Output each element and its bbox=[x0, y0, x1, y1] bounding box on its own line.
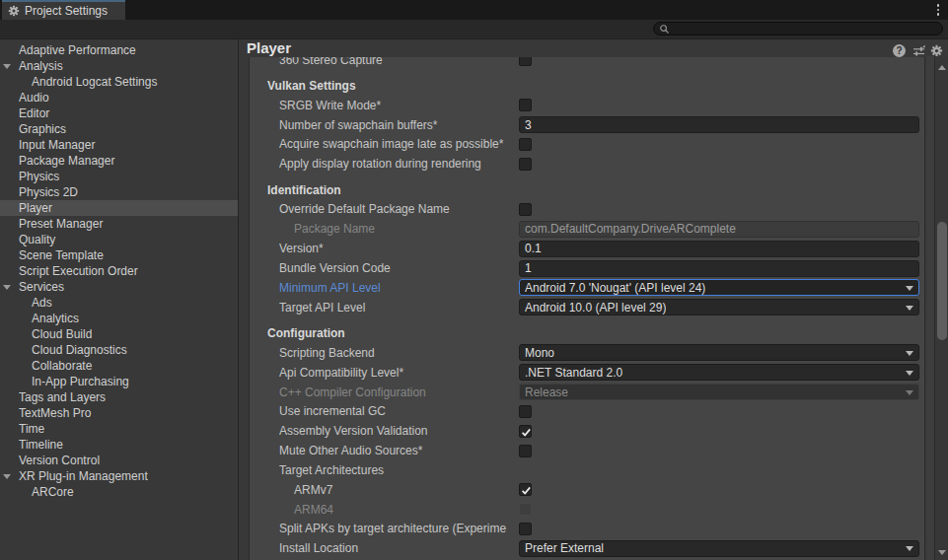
dropdown-minimum-api-level[interactable]: Android 7.0 'Nougat' (API level 24) bbox=[519, 279, 919, 296]
sidebar-item-label: Android Logcat Settings bbox=[0, 75, 157, 89]
text-field-bundle-version-code[interactable]: 1 bbox=[519, 260, 919, 277]
sidebar-item-android-logcat-settings[interactable]: Android Logcat Settings bbox=[0, 74, 238, 90]
tab-project-settings[interactable]: Project Settings bbox=[2, 0, 125, 20]
sidebar-item-services[interactable]: Services bbox=[0, 279, 238, 295]
row-override-default-package-name: Override Default Package Name bbox=[250, 200, 924, 220]
sidebar-item-timeline[interactable]: Timeline bbox=[0, 437, 238, 453]
sidebar-item-label: Ads bbox=[0, 296, 52, 310]
field-control: Release bbox=[519, 384, 919, 400]
dropdown-api-compatibility-level[interactable]: .NET Standard 2.0 bbox=[519, 364, 919, 381]
dropdown-install-location[interactable]: Prefer External bbox=[519, 540, 919, 557]
sidebar-item-analytics[interactable]: Analytics bbox=[0, 311, 238, 326]
checkbox-srgb-write-mode[interactable] bbox=[519, 99, 532, 111]
row-c-compiler-configuration: C++ Compiler ConfigurationRelease bbox=[250, 383, 924, 402]
sidebar-item-editor[interactable]: Editor bbox=[0, 105, 238, 121]
sidebar-item-collaborate[interactable]: Collaborate bbox=[0, 358, 238, 374]
section-header: Configuration bbox=[267, 326, 519, 340]
presets-icon[interactable] bbox=[912, 44, 925, 57]
kebab-menu-icon[interactable] bbox=[937, 4, 940, 16]
checkbox-use-incremental-gc[interactable] bbox=[519, 405, 532, 418]
text-field-version[interactable]: 0.1 bbox=[519, 241, 919, 257]
field-label: Scripting Backend bbox=[279, 346, 519, 360]
checkbox-split-apks-by-target-architecture-experime[interactable] bbox=[519, 523, 532, 535]
sidebar-item-cloud-diagnostics[interactable]: Cloud Diagnostics bbox=[0, 342, 238, 358]
sidebar-item-graphics[interactable]: Graphics bbox=[0, 121, 238, 137]
row-360-stereo-capture: 360 Stereo Capture bbox=[250, 57, 924, 70]
checkbox-armv7[interactable] bbox=[519, 483, 532, 496]
sidebar-item-label: Collaborate bbox=[0, 359, 92, 373]
sidebar-item-adaptive-performance[interactable]: Adaptive Performance bbox=[0, 42, 238, 58]
sidebar-item-time[interactable]: Time bbox=[0, 421, 238, 437]
field-label: Acquire swapchain image late as possible… bbox=[279, 137, 519, 151]
search-input[interactable] bbox=[673, 23, 942, 35]
field-label: ARMv7 bbox=[294, 483, 519, 497]
sidebar-item-scene-template[interactable]: Scene Template bbox=[0, 247, 238, 263]
checkbox-360-stereo-capture[interactable] bbox=[519, 57, 532, 66]
sidebar-item-version-control[interactable]: Version Control bbox=[0, 453, 238, 468]
field-control: Android 7.0 'Nougat' (API level 24) bbox=[519, 279, 919, 296]
field-control: 3 bbox=[519, 116, 919, 133]
sidebar-item-label: Cloud Diagnostics bbox=[0, 343, 127, 357]
row-api-compatibility-level: Api Compatibility Level*.NET Standard 2.… bbox=[250, 363, 924, 383]
checkbox-mute-other-audio-sources[interactable] bbox=[519, 445, 532, 457]
dropdown-value: Prefer External bbox=[525, 541, 604, 555]
sidebar-item-analysis[interactable]: Analysis bbox=[0, 58, 238, 74]
foldout-expanded-icon[interactable] bbox=[3, 474, 11, 479]
sidebar-item-label: Cloud Build bbox=[0, 327, 92, 341]
sidebar-item-cloud-build[interactable]: Cloud Build bbox=[0, 326, 238, 342]
search-box[interactable] bbox=[653, 22, 943, 35]
checkbox-assembly-version-validation[interactable] bbox=[519, 425, 532, 438]
sidebar-item-xr-plug-in-management[interactable]: XR Plug-in Management bbox=[0, 468, 238, 484]
vertical-scrollbar[interactable] bbox=[934, 56, 948, 560]
text-field-number-of-swapchain-buffers[interactable]: 3 bbox=[519, 116, 919, 133]
sidebar-item-label: Adaptive Performance bbox=[0, 43, 136, 57]
field-label: Apply display rotation during rendering bbox=[279, 157, 519, 171]
scrollbar-thumb[interactable] bbox=[937, 222, 947, 340]
dropdown-scripting-backend[interactable]: Mono bbox=[519, 344, 919, 361]
sidebar-item-label: Physics bbox=[0, 170, 59, 183]
sidebar-item-label: XR Plug-in Management bbox=[0, 469, 148, 483]
content-gutter bbox=[926, 56, 934, 560]
field-control: .NET Standard 2.0 bbox=[519, 364, 919, 381]
field-label: Minimum API Level bbox=[279, 281, 519, 295]
field-label: Target Architectures bbox=[279, 463, 519, 477]
field-control bbox=[519, 136, 919, 153]
sidebar-item-package-manager[interactable]: Package Manager bbox=[0, 153, 238, 169]
sidebar-item-label: Editor bbox=[0, 106, 49, 120]
help-icon[interactable]: ? bbox=[893, 44, 906, 57]
scroll-up-icon[interactable] bbox=[938, 65, 946, 70]
foldout-expanded-icon[interactable] bbox=[3, 285, 11, 290]
tab-label: Project Settings bbox=[25, 4, 108, 18]
sidebar-item-label: Version Control bbox=[0, 454, 100, 467]
sidebar-item-preset-manager[interactable]: Preset Manager bbox=[0, 216, 238, 232]
field-label: Override Default Package Name bbox=[279, 202, 519, 216]
sidebar-item-ads[interactable]: Ads bbox=[0, 295, 238, 311]
sidebar-item-quality[interactable]: Quality bbox=[0, 232, 238, 247]
checkbox-acquire-swapchain-image-late-as-possible[interactable] bbox=[519, 138, 532, 151]
field-label: Mute Other Audio Sources* bbox=[279, 444, 519, 457]
chevron-down-icon bbox=[906, 351, 913, 356]
checkbox-apply-display-rotation-during-rendering[interactable] bbox=[519, 158, 532, 171]
foldout-expanded-icon[interactable] bbox=[3, 64, 11, 69]
scroll-down-icon[interactable] bbox=[938, 550, 946, 555]
page-title: Player bbox=[247, 40, 291, 56]
row-target-api-level: Target API LevelAndroid 10.0 (API level … bbox=[250, 298, 924, 317]
checkbox-override-default-package-name[interactable] bbox=[519, 203, 532, 216]
sidebar-item-in-app-purchasing[interactable]: In-App Purchasing bbox=[0, 374, 238, 389]
sidebar-item-textmesh-pro[interactable]: TextMesh Pro bbox=[0, 405, 238, 421]
sidebar-item-label: Script Execution Order bbox=[0, 264, 138, 278]
sidebar-item-arcore[interactable]: ARCore bbox=[0, 484, 238, 500]
sidebar-item-script-execution-order[interactable]: Script Execution Order bbox=[0, 263, 238, 279]
field-control: Mono bbox=[519, 344, 919, 361]
sidebar-item-player[interactable]: Player bbox=[0, 200, 238, 216]
sidebar-item-physics-2d[interactable]: Physics 2D bbox=[0, 184, 238, 200]
sidebar-item-physics[interactable]: Physics bbox=[0, 169, 238, 184]
sidebar-item-audio[interactable]: Audio bbox=[0, 90, 238, 105]
sidebar-item-tags-and-layers[interactable]: Tags and Layers bbox=[0, 389, 238, 405]
row-split-apks-by-target-architecture-experime: Split APKs by target architecture (Exper… bbox=[250, 520, 924, 539]
sidebar-item-label: Analytics bbox=[0, 312, 79, 325]
field-control bbox=[519, 443, 919, 459]
field-control: 1 bbox=[519, 260, 919, 277]
sidebar-item-input-manager[interactable]: Input Manager bbox=[0, 137, 238, 153]
dropdown-target-api-level[interactable]: Android 10.0 (API level 29) bbox=[519, 299, 919, 315]
